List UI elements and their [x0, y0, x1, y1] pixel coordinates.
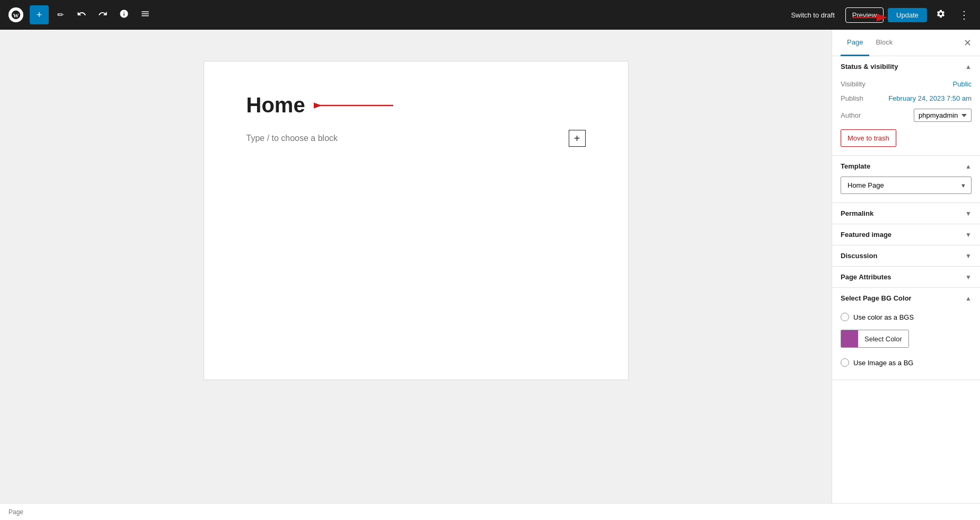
- visibility-label: Visibility: [841, 80, 866, 88]
- use-color-as-bgs-row: Use color as a BGS: [841, 309, 972, 325]
- main-layout: Home Type / to choose a block + Page Blo…: [0, 30, 980, 503]
- move-to-trash-button[interactable]: Move to trash: [841, 129, 896, 147]
- select-color-button[interactable]: Select Color: [841, 330, 909, 348]
- sidebar: Page Block ✕ Status & visibility ▲ Visib…: [832, 30, 980, 503]
- block-placeholder-row: Type / to choose a block +: [246, 130, 586, 147]
- editor-area: Home Type / to choose a block +: [0, 30, 832, 503]
- chevron-down-icon-attributes: ▼: [965, 274, 972, 281]
- annotation-arrow-title: [314, 98, 399, 113]
- more-icon: ⋮: [959, 8, 969, 21]
- color-swatch: [841, 330, 858, 347]
- use-image-radio[interactable]: [841, 358, 849, 367]
- permalink-title: Permalink: [841, 209, 873, 217]
- page-attributes-header[interactable]: Page Attributes ▼: [832, 267, 980, 287]
- chevron-up-icon-bgcolor: ▲: [965, 295, 972, 302]
- wordpress-logo: W: [6, 5, 25, 24]
- info-icon: [119, 9, 129, 21]
- template-header[interactable]: Template ▲: [832, 156, 980, 177]
- use-color-radio[interactable]: [841, 313, 849, 321]
- visibility-row: Visibility Public: [841, 77, 972, 91]
- permalink-header[interactable]: Permalink ▼: [832, 203, 980, 224]
- svg-text:W: W: [13, 12, 19, 19]
- chevron-down-icon-permalink: ▼: [965, 210, 972, 217]
- author-label: Author: [841, 111, 861, 119]
- select-color-label: Select Color: [858, 330, 908, 347]
- use-image-label: Use Image as a BG: [853, 359, 913, 367]
- more-options-button[interactable]: ⋮: [955, 5, 974, 24]
- toolbar: W + ✏ Switch to draft Preview Update: [0, 0, 980, 30]
- page-title[interactable]: Home: [246, 93, 305, 117]
- undo-button[interactable]: [72, 5, 91, 24]
- list-view-button[interactable]: [136, 5, 155, 24]
- featured-image-section: Featured image ▼: [832, 224, 980, 245]
- settings-button[interactable]: [931, 5, 950, 24]
- permalink-section: Permalink ▼: [832, 203, 980, 224]
- use-color-label: Use color as a BGS: [853, 313, 914, 321]
- status-visibility-title: Status & visibility: [841, 63, 898, 70]
- author-row: Author phpmyadmin: [841, 105, 972, 125]
- status-bar: Page: [0, 503, 980, 520]
- redo-button[interactable]: [93, 5, 112, 24]
- discussion-section: Discussion ▼: [832, 245, 980, 267]
- chevron-up-icon-template: ▲: [965, 163, 972, 170]
- switch-to-draft-button[interactable]: Switch to draft: [784, 8, 841, 22]
- redo-icon: [98, 9, 108, 21]
- status-visibility-header[interactable]: Status & visibility ▲: [832, 56, 980, 77]
- pencil-icon: ✏: [57, 10, 64, 20]
- template-select-wrapper: Home Page Default Template ▼: [841, 177, 972, 194]
- template-title: Template: [841, 162, 870, 170]
- select-page-bg-color-content: Use color as a BGS Select Color Use Imag…: [832, 309, 980, 380]
- template-content: Home Page Default Template ▼: [832, 177, 980, 202]
- discussion-title: Discussion: [841, 252, 877, 260]
- page-title-container: Home: [246, 93, 586, 117]
- select-page-bg-color-header[interactable]: Select Page BG Color ▲: [832, 288, 980, 309]
- settings-icon: [936, 9, 946, 21]
- tab-block[interactable]: Block: [869, 30, 899, 56]
- sidebar-close-button[interactable]: ✕: [959, 30, 972, 56]
- status-bar-label: Page: [8, 508, 23, 516]
- publish-row: Publish February 24, 2023 7:50 am: [841, 91, 972, 105]
- update-button[interactable]: Update: [888, 8, 927, 22]
- chevron-up-icon: ▲: [965, 63, 972, 70]
- editor-content: Home Type / to choose a block +: [204, 61, 628, 380]
- add-block-inline-button[interactable]: +: [569, 130, 586, 147]
- preview-button[interactable]: Preview: [845, 7, 884, 23]
- template-section: Template ▲ Home Page Default Template ▼: [832, 156, 980, 203]
- toolbar-right: Switch to draft Preview Update ⋮: [784, 5, 974, 24]
- visibility-value[interactable]: Public: [953, 80, 972, 88]
- add-block-button[interactable]: +: [30, 5, 49, 24]
- discussion-header[interactable]: Discussion ▼: [832, 245, 980, 266]
- use-image-as-bg-row: Use Image as a BG: [841, 354, 972, 371]
- tools-button[interactable]: ✏: [51, 5, 70, 24]
- list-icon: [140, 9, 150, 21]
- info-button[interactable]: [114, 5, 134, 24]
- author-select[interactable]: phpmyadmin: [914, 109, 972, 122]
- page-attributes-section: Page Attributes ▼: [832, 267, 980, 288]
- template-select[interactable]: Home Page Default Template: [841, 177, 972, 194]
- select-page-bg-color-title: Select Page BG Color: [841, 294, 912, 302]
- status-visibility-content: Visibility Public Publish February 24, 2…: [832, 77, 980, 155]
- featured-image-title: Featured image: [841, 231, 891, 239]
- featured-image-header[interactable]: Featured image ▼: [832, 224, 980, 245]
- block-placeholder-text: Type / to choose a block: [246, 134, 338, 143]
- publish-value[interactable]: February 24, 2023 7:50 am: [888, 94, 972, 102]
- close-icon: ✕: [964, 37, 972, 49]
- page-attributes-title: Page Attributes: [841, 273, 891, 281]
- plus-icon: +: [574, 133, 580, 145]
- chevron-down-icon-featured: ▼: [965, 231, 972, 239]
- sidebar-tabs: Page Block ✕: [832, 30, 980, 56]
- status-visibility-section: Status & visibility ▲ Visibility Public …: [832, 56, 980, 156]
- undo-icon: [77, 9, 86, 21]
- chevron-down-icon-discussion: ▼: [965, 252, 972, 260]
- publish-label: Publish: [841, 94, 863, 102]
- select-page-bg-color-section: Select Page BG Color ▲ Use color as a BG…: [832, 288, 980, 380]
- tab-page[interactable]: Page: [841, 30, 869, 56]
